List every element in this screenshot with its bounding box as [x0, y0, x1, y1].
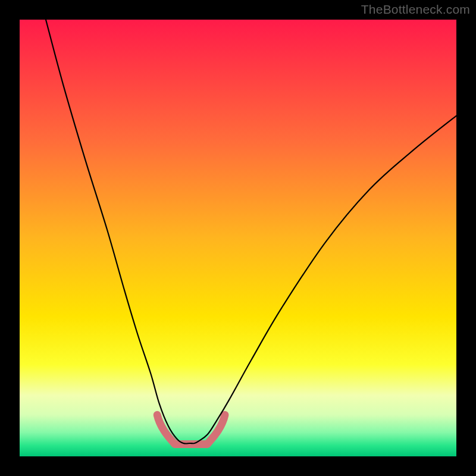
chart-curves	[20, 20, 456, 456]
chart-plot-area	[20, 20, 456, 456]
bottleneck-curve	[46, 20, 456, 444]
sweet-spot-band	[157, 415, 225, 444]
watermark-text: TheBottleneck.com	[361, 2, 470, 17]
